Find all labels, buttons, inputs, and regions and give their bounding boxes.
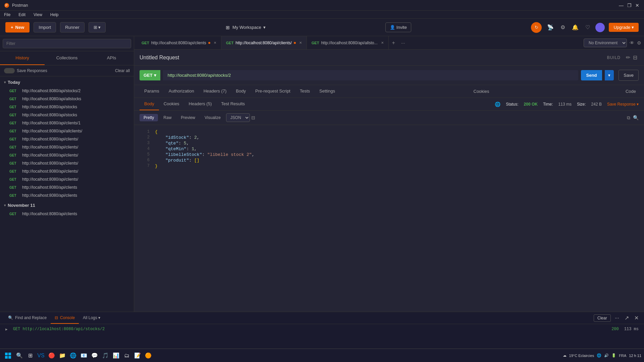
copy-icon[interactable]: ⧉	[627, 115, 630, 121]
tab-apis[interactable]: APIs	[89, 51, 134, 65]
list-item[interactable]: GEThttp://localhost:8080/api/clients/	[0, 175, 134, 183]
format-raw-button[interactable]: Raw	[159, 114, 175, 121]
workspace-button[interactable]: My Workspace ▾	[232, 25, 266, 30]
menu-file[interactable]: File	[3, 12, 12, 18]
expand-icon[interactable]: ↗	[623, 313, 630, 322]
list-item[interactable]: GEThttp://localhost:8080/api/clients/	[0, 159, 134, 167]
add-tab-button[interactable]: +	[389, 40, 398, 46]
upgrade-button[interactable]: Upgrade ▾	[609, 23, 639, 32]
app-icon-3[interactable]: 🌐	[68, 351, 78, 360]
import-button[interactable]: Import	[34, 22, 56, 33]
list-item[interactable]: GEThttp://localhost:8080/api/clients	[0, 191, 134, 199]
send-dropdown-button[interactable]: ▾	[605, 70, 614, 80]
section-november[interactable]: ▾ November 11	[0, 199, 134, 210]
tab-history[interactable]: History	[0, 51, 45, 65]
list-item[interactable]: GEThttp://localhost:8080/api/clients/1	[0, 119, 134, 127]
tab-console[interactable]: ⊟ Console	[51, 312, 79, 324]
heart-icon[interactable]: ♡	[584, 23, 591, 32]
search-taskbar-icon[interactable]: 🔍	[15, 351, 24, 360]
format-preview-button[interactable]: Preview	[177, 114, 199, 121]
menu-view[interactable]: View	[32, 12, 44, 18]
menu-edit[interactable]: Edit	[17, 12, 27, 18]
tab-headers[interactable]: Headers (7)	[199, 85, 231, 98]
method-selector[interactable]: GET ▾	[140, 70, 160, 80]
all-logs-button[interactable]: All Logs ▾	[83, 315, 100, 320]
tab-body[interactable]: Body	[231, 85, 251, 98]
menu-help[interactable]: Help	[49, 12, 60, 18]
resp-tab-headers[interactable]: Headers (5)	[184, 98, 217, 110]
more-options-button[interactable]: ···	[613, 314, 621, 322]
new-button[interactable]: + New	[5, 22, 30, 33]
close-icon[interactable]: ✕	[299, 41, 302, 45]
tab-collections[interactable]: Collections	[45, 51, 89, 65]
tab-find-replace[interactable]: 🔍 Find and Replace	[4, 312, 51, 324]
close-icon[interactable]: ✕	[214, 41, 216, 45]
list-item[interactable]: GEThttp://localhost:8080/api/clients	[0, 183, 134, 191]
layout-icon[interactable]: ⊟	[632, 53, 639, 62]
edit-icon[interactable]: ✏	[625, 53, 632, 62]
list-item[interactable]: GEThttp://localhost:8080/api/clients/	[0, 151, 134, 159]
tab-authorization[interactable]: Authorization	[164, 85, 199, 98]
app-icon-8[interactable]: 🗂	[122, 351, 131, 360]
app-icon-6[interactable]: 🎵	[101, 351, 110, 360]
clear-all-button[interactable]: Clear all	[115, 68, 130, 73]
list-item[interactable]: GEThttp://localhost:8080/api/allstocks	[0, 95, 134, 103]
app-icon-5[interactable]: 💬	[90, 351, 99, 360]
send-button[interactable]: Send	[581, 70, 602, 80]
filter-input[interactable]	[3, 39, 131, 48]
resp-tab-test-results[interactable]: Test Results	[216, 98, 250, 110]
code-link[interactable]: Code	[623, 85, 639, 97]
tab-allstocks[interactable]: GET http://localhost:8080/api/allsto... …	[307, 36, 389, 49]
runner-button[interactable]: Runner	[60, 22, 85, 33]
settings-icon[interactable]: ⚙	[559, 23, 567, 32]
save-response-button[interactable]: Save Response ▾	[607, 102, 639, 107]
resp-tab-cookies[interactable]: Cookies	[159, 98, 184, 110]
list-item[interactable]: GEThttp://localhost:8080/api/clients	[0, 210, 134, 218]
tab-clients-active[interactable]: GET http://localhost:8080/api/clients/ ✕	[221, 36, 307, 49]
filter-icon[interactable]: ⊟	[251, 115, 255, 120]
list-item[interactable]: GEThttp://localhost:8080/api/clients/	[0, 167, 134, 175]
tab-clients[interactable]: GET http://localhost:8080/api/clients ✕	[137, 36, 221, 49]
toggle-switch[interactable]	[4, 68, 15, 73]
section-today[interactable]: ▾ Today	[0, 76, 134, 87]
layout-button[interactable]: ⊞ ▾	[89, 22, 106, 33]
list-item[interactable]: GEThttp://localhost:8080/api/stocks/2	[0, 87, 134, 95]
tab-settings[interactable]: Settings	[315, 85, 340, 98]
taskview-icon[interactable]: ⊞	[25, 351, 35, 360]
radar-icon[interactable]: 📡	[546, 23, 555, 32]
app-icon-9[interactable]: 📝	[133, 351, 142, 360]
start-button[interactable]	[3, 350, 13, 361]
environment-dropdown[interactable]: No Environment	[584, 39, 627, 47]
format-pretty-button[interactable]: Pretty	[140, 114, 158, 121]
clear-console-button[interactable]: Clear	[594, 314, 611, 322]
resp-tab-body[interactable]: Body	[140, 98, 159, 110]
save-button[interactable]: Save	[619, 70, 639, 81]
list-item[interactable]: GEThttp://localhost:8080/api/clients/	[0, 143, 134, 151]
app-icon-2[interactable]: 📁	[58, 351, 67, 360]
app-icon-7[interactable]: 📊	[111, 351, 121, 360]
list-item[interactable]: GEThttp://localhost:8080/api/clients/	[0, 135, 134, 143]
minimize-button[interactable]: —	[619, 3, 624, 8]
invite-button[interactable]: 👤 Invite	[385, 22, 411, 32]
app-icon-4[interactable]: 📧	[79, 351, 89, 360]
tab-params[interactable]: Params	[140, 85, 164, 98]
close-icon[interactable]: ✕	[381, 41, 384, 45]
notification-icon[interactable]: 🔔	[571, 23, 580, 32]
cookies-link[interactable]: Cookies	[471, 85, 492, 97]
app-icon-1[interactable]: 🔴	[47, 351, 56, 360]
list-item[interactable]: GEThttp://localhost:8080/api/stocks	[0, 103, 134, 111]
tab-tests[interactable]: Tests	[295, 85, 315, 98]
sync-icon[interactable]: ↻	[531, 22, 542, 33]
list-item[interactable]: GEThttp://localhost:8080/api/stocks	[0, 111, 134, 119]
list-item[interactable]: GEThttp://localhost:8080/api/allclients/	[0, 127, 134, 135]
tab-prerequest[interactable]: Pre-request Script	[251, 85, 295, 98]
close-button[interactable]: ✕	[635, 3, 640, 8]
vscode-icon[interactable]: VS	[36, 351, 46, 360]
sliders-icon[interactable]: ⚙	[637, 40, 641, 46]
url-input[interactable]	[163, 70, 578, 80]
search-icon[interactable]: 🔍	[633, 115, 639, 121]
app-icon-10[interactable]: 🟠	[144, 351, 153, 360]
eye-icon[interactable]: 👁	[630, 40, 634, 46]
tab-all-logs[interactable]: All Logs ▾	[79, 312, 104, 324]
format-visualize-button[interactable]: Visualize	[201, 114, 225, 121]
